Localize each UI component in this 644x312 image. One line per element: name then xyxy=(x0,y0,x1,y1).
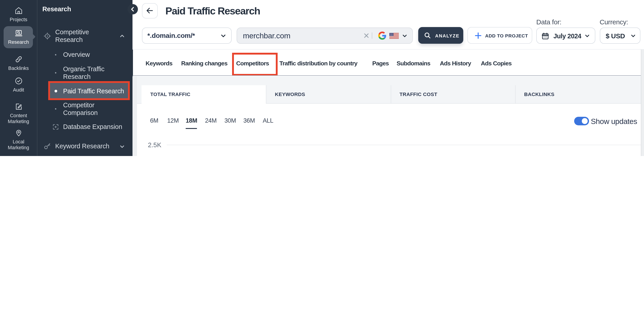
svg-text:2.5K: 2.5K xyxy=(148,141,161,149)
